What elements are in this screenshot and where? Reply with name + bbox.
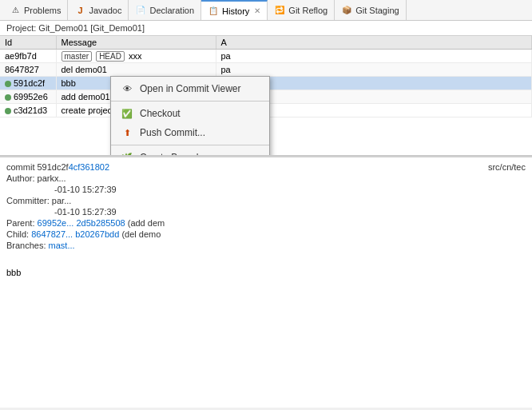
javadoc-icon: J <box>74 5 85 16</box>
detail-panel: commit 591dc2f4cf361802 Author: parkx...… <box>0 156 532 408</box>
tab-javadoc-label: Javadoc <box>89 6 121 15</box>
menu-item-label: Open in Commit Viewer <box>140 83 241 94</box>
create-branch-icon: 🌿 <box>121 151 133 156</box>
row-message: del demo01 <box>56 63 216 77</box>
commit-message: bbb <box>6 258 526 277</box>
menu-separator <box>111 145 269 145</box>
src-path: src/cn/tec <box>488 162 526 172</box>
main-area: Id Message A ae9fb7d master HEAD xxx pa <box>0 36 532 408</box>
git-reflog-icon: 🔁 <box>274 5 285 16</box>
tab-git-staging[interactable]: 📦 Git Staging <box>335 0 406 20</box>
menu-item-checkout[interactable]: ✅ Checkout <box>111 104 269 123</box>
menu-item-create-branch[interactable]: 🌿 Create Branch... <box>111 148 269 156</box>
row-id: ae9fb7d <box>0 50 56 63</box>
parent-link[interactable]: 69952e... <box>38 218 74 228</box>
committer-line: Committer: par... <box>6 196 165 205</box>
commit-hash-line: commit 591dc2f4cf361802 <box>6 162 165 172</box>
row-author: pa <box>216 50 532 63</box>
open-commit-viewer-icon: 👁 <box>121 82 133 95</box>
push-commit-icon: ⬆ <box>121 126 133 139</box>
branches-line: Branches: mast... <box>6 241 165 250</box>
table-row[interactable]: ae9fb7d master HEAD xxx pa <box>0 50 532 63</box>
tab-git-reflog-label: Git Reflog <box>288 6 328 15</box>
problems-icon: ⚠ <box>10 5 21 16</box>
badge-master: master <box>62 51 93 62</box>
history-icon: 📋 <box>208 6 219 17</box>
child-line: Child: 8647827... b20267bdd (del demo <box>6 229 165 239</box>
col-header-id: Id <box>0 36 56 50</box>
parent-line: Parent: 69952e... 2d5b285508 (add dem <box>6 218 165 228</box>
project-header: Project: Git_Demo01 [Git_Demo01] <box>0 21 532 36</box>
menu-item-label: Create Branch... <box>140 152 209 156</box>
child-link[interactable]: 8647827... <box>31 229 73 239</box>
commit-hash-link[interactable]: 4cf361802 <box>69 162 109 172</box>
tab-history[interactable]: 📋 History ✕ <box>201 0 268 20</box>
child-full-hash: b20267bdd <box>75 229 119 239</box>
parent-desc: (add dem <box>128 218 165 228</box>
tab-declaration[interactable]: 📄 Declaration <box>129 0 201 20</box>
tab-problems-label: Problems <box>24 6 61 15</box>
project-header-text: Project: Git_Demo01 [Git_Demo01] <box>6 23 145 33</box>
menu-item-open-commit-viewer[interactable]: 👁 Open in Commit Viewer <box>111 79 269 98</box>
row-id: 8647827 <box>0 63 56 77</box>
tab-bar: ⚠ Problems J Javadoc 📄 Declaration 📋 His… <box>0 0 532 21</box>
date-line1: -01-10 15:27:39 <box>54 185 165 194</box>
context-menu: 👁 Open in Commit Viewer ✅ Checkout ⬆ Pus… <box>110 76 270 156</box>
tab-javadoc[interactable]: J Javadoc <box>68 0 129 20</box>
tab-declaration-label: Declaration <box>149 6 194 15</box>
declaration-icon: 📄 <box>135 5 146 16</box>
row-id: 69952e6 <box>0 90 56 104</box>
row-id: c3d21d3 <box>0 104 56 117</box>
branches-link[interactable]: mast... <box>49 241 75 250</box>
row-author: pa <box>216 63 532 77</box>
tab-problems[interactable]: ⚠ Problems <box>3 0 68 20</box>
git-staging-icon: 📦 <box>341 5 352 16</box>
col-header-message: Message <box>56 36 216 50</box>
menu-separator <box>111 101 269 102</box>
menu-item-label: Push Commit... <box>140 127 205 138</box>
checkout-icon: ✅ <box>121 107 133 120</box>
author-line: Author: parkx... <box>6 173 165 183</box>
row-message: master HEAD xxx <box>56 50 216 63</box>
tab-history-label: History <box>222 6 249 16</box>
badge-head: HEAD <box>96 51 125 62</box>
commit-dot <box>5 108 11 114</box>
col-header-author: A <box>216 36 532 50</box>
commit-dot <box>5 81 11 87</box>
date-line2: -01-10 15:27:39 <box>54 207 165 217</box>
parent-full-hash: 2d5b285508 <box>76 218 125 228</box>
menu-item-label: Checkout <box>140 108 181 119</box>
menu-item-push-commit[interactable]: ⬆ Push Commit... <box>111 123 269 142</box>
table-area: Id Message A ae9fb7d master HEAD xxx pa <box>0 36 532 156</box>
history-close-icon[interactable]: ✕ <box>254 6 260 15</box>
commit-dot <box>5 94 11 101</box>
tab-git-staging-label: Git Staging <box>355 6 399 15</box>
row-id: 591dc2f <box>0 77 56 90</box>
child-desc: (del demo <box>121 229 161 239</box>
table-row[interactable]: 8647827 del demo01 pa <box>0 63 532 77</box>
context-menu-overlay: 👁 Open in Commit Viewer ✅ Checkout ⬆ Pus… <box>110 76 270 156</box>
tab-git-reflog[interactable]: 🔁 Git Reflog <box>268 0 335 20</box>
